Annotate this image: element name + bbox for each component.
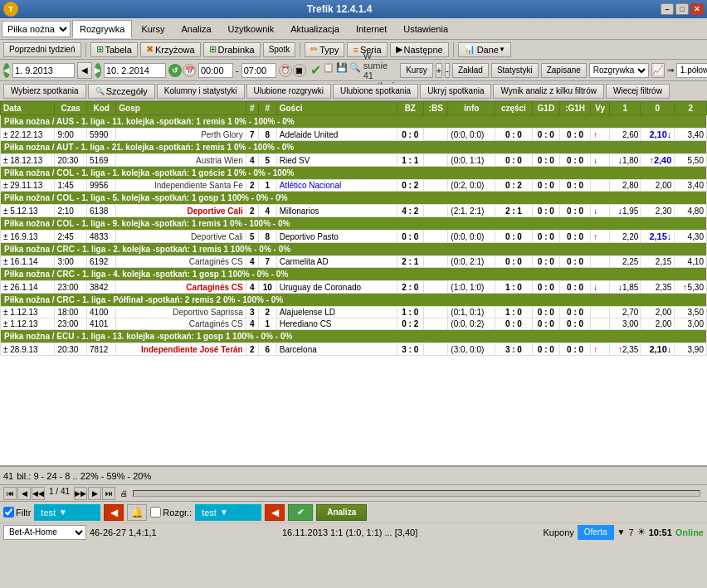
sport-select[interactable]: Piłka nożna	[2, 21, 71, 37]
printer-icon[interactable]: 🖨	[120, 489, 128, 498]
match-g1h: 0 : 0	[559, 343, 590, 356]
match-time: 2:10	[55, 205, 87, 217]
calendar-icon[interactable]: 📅	[183, 64, 196, 77]
oferta-button[interactable]: Oferta	[578, 525, 614, 540]
date-from-input[interactable]	[12, 63, 75, 78]
spots-button[interactable]: Spotk	[263, 42, 296, 57]
last-page-btn[interactable]: ⏭	[102, 487, 115, 500]
table-button[interactable]: ⊞Tabela	[90, 42, 138, 57]
match-time: 20:30	[55, 343, 87, 356]
copy-icon[interactable]: 📋	[323, 62, 334, 78]
action-arrow-left-2[interactable]: ◀	[265, 504, 285, 521]
table-row[interactable]: ± 26.1.1423:003842Cartaginés CS410Urugua…	[1, 281, 707, 294]
filter-icon[interactable]: ▣	[293, 64, 306, 77]
table-row[interactable]: ± 16.1.143:006192Cartaginés CS47Carmelit…	[1, 256, 707, 268]
filter-tab-wybierz[interactable]: Wybierz spotkania	[3, 84, 86, 99]
filter-tab-kolumny[interactable]: Kolumny i statystyki	[157, 84, 245, 99]
match-odd2: 3,00	[675, 318, 707, 330]
table-row[interactable]: ± 18.12.1320:305169Austria Wien45Ried SV…	[1, 154, 707, 167]
table-row[interactable]: ± 16.9.132:454833Deportive Cali58Deporti…	[1, 231, 707, 243]
match-odd0: 2,35	[641, 281, 675, 294]
next-5-btn[interactable]: ▶▶	[74, 487, 87, 500]
plus-button[interactable]: +	[436, 63, 442, 78]
polowa-select[interactable]: 1.półowa	[676, 63, 707, 78]
filter-tab-ulubione-spotkania[interactable]: Ulubione spotkania	[333, 84, 418, 99]
next-button[interactable]: ▶Następne	[390, 42, 449, 57]
first-page-btn[interactable]: ⏮	[3, 487, 17, 500]
match-home: Perth Glory	[116, 129, 246, 141]
menu-tab-kursy[interactable]: Kursy	[134, 20, 172, 38]
action-arrow-left[interactable]: ◀	[104, 504, 124, 521]
filter-tab-wynik-analiz[interactable]: Wynik analiz z kilku filtrów	[493, 84, 604, 99]
match-odd0: 2,10↓	[641, 343, 675, 356]
match-away-score: 10	[258, 281, 276, 294]
time-to-input[interactable]	[241, 63, 276, 78]
match-away-score: 8	[258, 129, 276, 141]
bell-button[interactable]: 🔔	[127, 504, 147, 521]
table-row[interactable]: ± 22.12.139:005990Perth Glory78Adelaide …	[1, 129, 707, 141]
zaklad-button[interactable]: Zakład	[452, 63, 489, 78]
menu-tab-aktualizacja[interactable]: Aktualizacja	[283, 20, 347, 38]
time-from-input[interactable]	[198, 63, 233, 78]
section-row: Piłka nožna / CRC - 1. liga - Półfinał -…	[1, 294, 707, 307]
prev-week-button[interactable]: Poprzedni tydzień	[3, 42, 81, 57]
table-row[interactable]: ± 1.12.1318:004100Deportivo Saprissa32Al…	[1, 307, 707, 318]
status-bar: 41 bil.: 9 - 24 - 8 .. 22% - 59% - 20%	[0, 466, 707, 484]
cross-button[interactable]: ✖Krzyżowa	[140, 42, 201, 57]
horizontal-scrollbar[interactable]	[133, 490, 700, 497]
rozgr-checkbox[interactable]	[150, 507, 161, 518]
rozgrywka-select[interactable]: Rozgrywka	[589, 63, 649, 78]
analiza-button[interactable]: Analiza	[316, 504, 367, 521]
time-icon[interactable]: ⏰	[279, 64, 292, 77]
menu-tab-analiza[interactable]: Analiza	[174, 20, 219, 38]
menu-tab-rozgrywka[interactable]: Rozgrywka	[72, 20, 132, 38]
time-separator: -	[236, 66, 239, 75]
date-to-input[interactable]	[104, 63, 166, 78]
table-row[interactable]: ± 29.11.131:459956Independiente Santa Fe…	[1, 180, 707, 192]
prev-5-btn[interactable]: ◀◀	[32, 487, 45, 500]
action-row: Filtr test ▼ ◀ 🔔 Rozgr.: test ▼ ◀ ✔ Anal…	[0, 501, 707, 522]
filter-tab-ulubione-rozgrywki[interactable]: Ulubione rozgrywki	[246, 84, 331, 99]
menu-tab-uzytkownik[interactable]: Użytkownik	[221, 20, 282, 38]
date-nav-btn[interactable]: ◀	[77, 62, 92, 79]
menu-tab-internet[interactable]: Internet	[349, 20, 394, 38]
match-g1d: 0 : 0	[532, 318, 559, 330]
table-row[interactable]: ± 5.12.132:106138Deportive Cali24Millona…	[1, 205, 707, 217]
match-vy: ↑	[591, 129, 610, 141]
filter-tab-wiecej[interactable]: Wiecej filtrów	[606, 84, 670, 99]
zapisane-button[interactable]: Zapisane	[541, 63, 587, 78]
bet-source-select[interactable]: Bet-At-Home	[3, 525, 86, 540]
maximize-button[interactable]: □	[675, 3, 689, 15]
kursy-button[interactable]: Kursy	[400, 63, 433, 78]
bracket-button[interactable]: ⊞Drabinka	[203, 42, 261, 57]
filter-tab-ukryj[interactable]: Ukryj spotkania	[420, 84, 491, 99]
nav-refresh-btn[interactable]: ◀	[3, 63, 10, 78]
menu-tab-ustawienia[interactable]: Ustawienia	[396, 20, 456, 38]
types-button[interactable]: ✏Typy	[305, 42, 344, 57]
refresh-icon[interactable]: ↺	[168, 64, 182, 77]
section-row: Piłka nožna / COL - 1. liga - 1. kolejka…	[1, 167, 707, 180]
close-button[interactable]: ✕	[690, 3, 704, 15]
save-icon[interactable]: 💾	[336, 62, 348, 78]
minus-button[interactable]: -	[445, 63, 450, 78]
next-page-btn[interactable]: ▶	[88, 487, 101, 500]
table-row[interactable]: ± 1.12.1323:004101Cartaginés CS41Heredia…	[1, 318, 707, 330]
check-green-icon[interactable]: ✔	[310, 62, 321, 78]
table-area: Data Czas Kod Gosp # # Gości BZ :BS info…	[0, 101, 707, 466]
statystyki-button[interactable]: Statystyki	[491, 63, 539, 78]
nav-circle-2[interactable]: ▶	[95, 63, 101, 78]
chart-button[interactable]: 📈	[651, 63, 665, 78]
search-icon[interactable]: 🔍	[349, 62, 361, 78]
prev-page-btn[interactable]: ◀	[17, 487, 31, 500]
match-odd2: 5,50	[675, 154, 707, 167]
nav-row: ◀ ◀ ▶ ↺ 📅 - ⏰ ▣ ✔ 📋 💾 🔍 W sumie 41 spotk…	[0, 60, 707, 81]
data-button[interactable]: 📊Dane ▼	[458, 42, 511, 57]
filter-tab-szczegoly[interactable]: 🔍Szczegóły	[88, 84, 155, 99]
minimize-button[interactable]: –	[661, 3, 674, 15]
match-time: 9:00	[55, 129, 87, 141]
filtr-action-checkbox[interactable]	[3, 507, 14, 518]
test2-cyan-bar: test ▼	[195, 504, 261, 521]
green-check-button[interactable]: ✔	[288, 504, 313, 521]
match-code: 9956	[87, 180, 116, 192]
table-row[interactable]: ± 28.9.1320:307812Independiente José Ter…	[1, 343, 707, 356]
